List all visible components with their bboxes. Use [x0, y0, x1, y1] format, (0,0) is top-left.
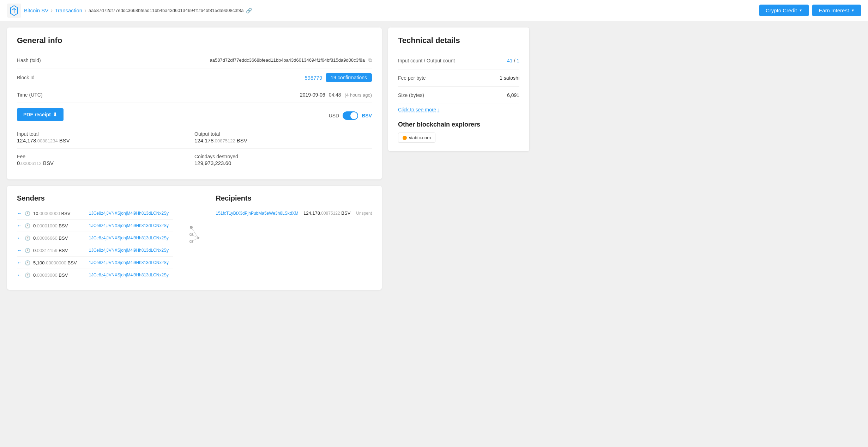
breadcrumb-transaction[interactable]: Transaction [55, 7, 82, 13]
logo-icon [7, 4, 21, 18]
breadcrumb: Bitcoin SV › Transaction › aa587d72df77e… [24, 7, 752, 14]
senders-list: ← 🕐 10.00000000 BSV 1JCe8z4jJVNXSjohjM4i… [17, 207, 173, 281]
output-count[interactable]: 1 [517, 58, 519, 63]
coindays-col: Coindays destroyed 129,973,223.60 [194, 154, 372, 166]
left-panel: General info Hash (txid) aa587d72df77edd… [7, 27, 382, 290]
breadcrumb-sep-1: › [50, 7, 53, 14]
time-ago: (4 hours ago) [345, 92, 372, 98]
time-value-container: 2019-09-06 04:48 (4 hours ago) [63, 92, 372, 98]
explorers-section: Other blockchain explorers viabtc.com [398, 121, 519, 143]
sender-address[interactable]: 1JCe8z4jJVNXSjohjM4i9Hh813dLCNx2Sy [89, 260, 169, 265]
sender-clock-icon: 🕐 [25, 235, 30, 241]
sender-arrow-icon: ← [17, 260, 22, 265]
sender-row: ← 🕐 0.00314159 BSV 1JCe8z4jJVNXSjohjM4i9… [17, 244, 173, 257]
general-info-card: General info Hash (txid) aa587d72df77edd… [7, 27, 382, 179]
input-total-col: Input total 124,178.00881234 BSV [17, 131, 194, 143]
fee-value: 0.00006112 BSV [17, 160, 194, 166]
time-date: 2019-09-06 [300, 92, 325, 98]
sender-address[interactable]: 1JCe8z4jJVNXSjohjM4i9Hh813dLCNx2Sy [89, 273, 169, 277]
fee-per-byte-value: 1 satoshi [500, 75, 519, 81]
sender-arrow-icon: ← [17, 210, 22, 216]
sender-row: ← 🕐 5,100.00000000 BSV 1JCe8z4jJVNXSjohj… [17, 257, 173, 269]
size-label: Size (bytes) [398, 92, 424, 98]
sender-arrow-icon: ← [17, 223, 22, 228]
currency-toggle: USD BSV [64, 108, 372, 121]
size-value: 6,091 [507, 92, 519, 98]
technical-details-title: Technical details [398, 36, 519, 45]
block-row: Block Id 598779 19 confirmations [17, 68, 372, 87]
sender-amount: 0.00001000 BSV [33, 223, 86, 228]
coindays-label: Coindays destroyed [194, 154, 372, 159]
pdf-receipt-button[interactable]: PDF receipt ⬇ [17, 108, 64, 121]
currency-toggle-switch[interactable] [343, 111, 358, 120]
click-to-see-more[interactable]: Click to see more ↓ [398, 104, 519, 118]
copy-hash-icon[interactable]: 🔗 [246, 8, 252, 13]
hash-value: aa587d72df77eddc3668bfead11bb4ba43d60134… [210, 57, 365, 63]
header: Bitcoin SV › Transaction › aa587d72df77e… [0, 0, 868, 21]
svg-line-6 [191, 238, 198, 241]
crypto-credit-dropdown-arrow: ▼ [799, 8, 802, 12]
fee-label: Fee [17, 154, 194, 159]
block-id-link[interactable]: 598779 [305, 75, 322, 81]
hash-label: Hash (txid) [17, 57, 63, 63]
input-total-value: 124,178.00881234 BSV [17, 137, 194, 143]
viabtc-explorer-badge[interactable]: viabtc.com [398, 133, 435, 143]
general-info-title: General info [17, 36, 372, 45]
sender-clock-icon: 🕐 [25, 248, 30, 253]
right-panel: Technical details Input count / Output c… [388, 27, 529, 290]
breadcrumb-hash: aa587d72df77eddc3668bfead11bb4ba43d60134… [89, 8, 252, 13]
recipients-list: 151fcT1yBtX3dPjhPubMa5eWe3h8LSkdXM 124,1… [216, 207, 372, 219]
sender-amount: 0.00003000 BSV [33, 273, 86, 278]
sender-arrow-icon: ← [17, 247, 22, 253]
block-value-container: 598779 19 confirmations [63, 73, 372, 82]
time-clock: 04:48 [329, 92, 341, 98]
output-total-label: Output total [194, 131, 372, 137]
earn-interest-dropdown-arrow: ▼ [851, 8, 855, 12]
totals-row: Input total 124,178.00881234 BSV Output … [17, 126, 372, 149]
block-label: Block Id [17, 75, 63, 80]
copy-txid-icon[interactable]: ⧉ [368, 57, 372, 63]
recipient-status: Unspent [356, 211, 372, 216]
fee-col: Fee 0.00006112 BSV [17, 154, 194, 166]
sender-clock-icon: 🕐 [25, 211, 30, 216]
sender-address[interactable]: 1JCe8z4jJVNXSjohjM4i9Hh813dLCNx2Sy [89, 248, 169, 253]
confirmations-badge: 19 confirmations [326, 73, 372, 82]
sender-row: ← 🕐 10.00000000 BSV 1JCe8z4jJVNXSjohjM4i… [17, 207, 173, 220]
recipients-title: Recipients [216, 194, 372, 202]
input-output-count-label: Input count / Output count [398, 58, 455, 63]
input-total-label: Input total [17, 131, 194, 137]
sender-row: ← 🕐 0.00003000 BSV 1JCe8z4jJVNXSjohjM4i9… [17, 269, 173, 281]
senders-recipients-card: Senders ← 🕐 10.00000000 BSV 1JCe8z4jJVNX… [7, 186, 382, 290]
hash-value-container: aa587d72df77eddc3668bfead11bb4ba43d60134… [63, 57, 372, 63]
usd-label: USD [329, 113, 339, 118]
breadcrumb-sep-2: › [84, 7, 86, 14]
sender-clock-icon: 🕐 [25, 260, 30, 265]
recipient-address[interactable]: 151fcT1yBtX3dPjhPubMa5eWe3h8LSkdXM [216, 211, 301, 216]
technical-details-card: Technical details Input count / Output c… [388, 27, 529, 151]
crypto-credit-button[interactable]: Crypto Credit ▼ [759, 5, 809, 16]
pdf-toggle-row: PDF receipt ⬇ USD BSV [17, 103, 372, 126]
senders-title: Senders [17, 194, 173, 202]
recipient-amount: 124,178.00875122 BSV [303, 210, 350, 216]
sender-amount: 10.00000000 BSV [33, 211, 86, 216]
sender-row: ← 🕐 0.00001000 BSV 1JCe8z4jJVNXSjohjM4i9… [17, 220, 173, 232]
sender-address[interactable]: 1JCe8z4jJVNXSjohjM4i9Hh813dLCNx2Sy [89, 235, 169, 240]
sender-amount: 0.00314159 BSV [33, 248, 86, 253]
input-output-count-value: 41 / 1 [507, 58, 519, 63]
sender-arrow-icon: ← [17, 235, 22, 241]
arrow-down-icon: ↓ [438, 107, 440, 112]
sender-clock-icon: 🕐 [25, 273, 30, 278]
input-count[interactable]: 41 [507, 58, 513, 63]
recipients-section: Recipients 151fcT1yBtX3dPjhPubMa5eWe3h8L… [205, 194, 372, 281]
sender-address[interactable]: 1JCe8z4jJVNXSjohjM4i9Hh813dLCNx2Sy [89, 211, 169, 216]
fee-per-byte-label: Fee per byte [398, 75, 426, 81]
earn-interest-button[interactable]: Earn Interest ▼ [812, 5, 861, 16]
explorer-dot-icon [403, 136, 407, 140]
breadcrumb-bitcoin-sv[interactable]: Bitcoin SV [24, 7, 48, 13]
time-row: Time (UTC) 2019-09-06 04:48 (4 hours ago… [17, 87, 372, 103]
size-row: Size (bytes) 6,091 [398, 87, 519, 104]
fee-coindays-row: Fee 0.00006112 BSV Coindays destroyed 12… [17, 149, 372, 171]
coindays-value: 129,973,223.60 [194, 160, 372, 166]
time-label: Time (UTC) [17, 92, 63, 98]
sender-address[interactable]: 1JCe8z4jJVNXSjohjM4i9Hh813dLCNx2Sy [89, 223, 169, 228]
